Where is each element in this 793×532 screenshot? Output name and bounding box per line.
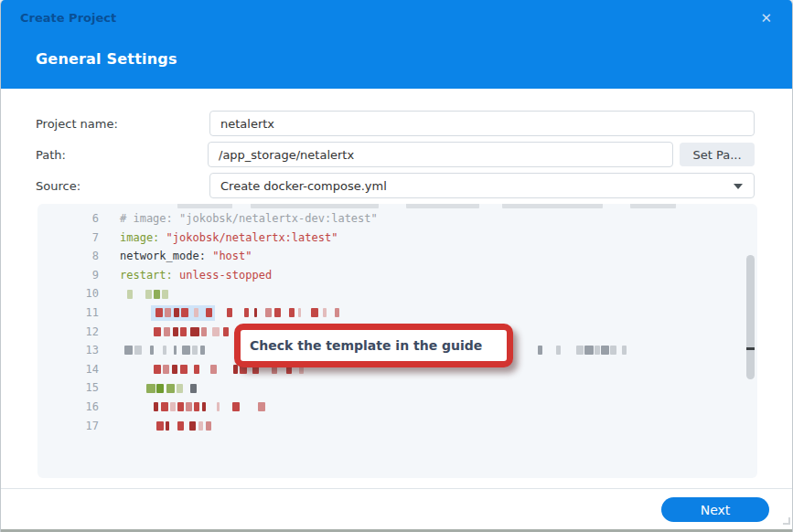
line-number: 12 <box>38 323 120 342</box>
set-path-button[interactable]: Set Pa... <box>680 143 755 166</box>
line-number: 11 <box>38 303 120 323</box>
line-number: 6 <box>38 209 120 229</box>
code-line: 9restart: unless-stopped <box>38 266 757 285</box>
code-line: 8network_mode: "host" <box>38 247 757 266</box>
code-line: 7image: "jokobsk/netalertx:latest" <box>38 229 757 248</box>
scrollbar-mark <box>746 347 755 350</box>
line-number: 13 <box>38 341 120 360</box>
clipped-code-line <box>141 204 676 208</box>
code-line: 6# image: "jokobsk/netalertx-dev:latest" <box>38 209 757 229</box>
source-label: Source: <box>36 179 209 193</box>
source-select[interactable]: Create docker-compose.yml <box>209 173 755 198</box>
general-settings-form: Project name: netalertx Path: /app_stora… <box>1 89 792 198</box>
line-number: 10 <box>38 284 120 303</box>
close-icon[interactable]: ✕ <box>760 10 772 27</box>
code-line: 17 <box>38 417 757 436</box>
project-name-row: Project name: netalertx <box>36 111 755 136</box>
next-button[interactable]: Next <box>661 497 769 522</box>
create-project-dialog: Create Project ✕ General Settings Projec… <box>0 0 793 532</box>
chevron-down-icon <box>734 184 743 189</box>
code-line: 11 <box>38 303 757 323</box>
code-line: 15 <box>38 378 757 398</box>
dialog-footer: Next <box>1 488 792 529</box>
annotation-text: Check the template in the guide <box>250 338 482 353</box>
path-label: Path: <box>36 148 208 162</box>
section-title: General Settings <box>36 50 177 68</box>
project-name-input[interactable]: netalertx <box>209 111 755 136</box>
path-row: Path: /app_storage/netalertx Set Pa... <box>36 142 755 167</box>
line-number: 8 <box>38 247 120 266</box>
project-name-label: Project name: <box>36 117 209 131</box>
dialog-header: Create Project ✕ General Settings <box>1 0 792 89</box>
path-input[interactable]: /app_storage/netalertx <box>208 142 673 167</box>
line-number: 9 <box>38 266 120 285</box>
code-line: 16 <box>38 398 757 417</box>
editor-scrollbar-thumb[interactable] <box>746 255 755 379</box>
line-number: 16 <box>38 398 120 417</box>
code-line: 10 <box>38 284 757 303</box>
compose-editor[interactable]: 6# image: "jokobsk/netalertx-dev:latest"… <box>38 204 757 478</box>
line-number: 14 <box>38 360 120 379</box>
source-row: Source: Create docker-compose.yml <box>36 173 755 198</box>
resize-handle[interactable] <box>783 517 790 525</box>
code-lines: 6# image: "jokobsk/netalertx-dev:latest"… <box>38 209 757 435</box>
annotation-callout: Check the template in the guide <box>234 324 513 367</box>
line-number: 15 <box>38 378 120 398</box>
dialog-title: Create Project <box>20 11 116 25</box>
line-number: 17 <box>38 417 120 436</box>
line-number: 7 <box>38 229 120 248</box>
source-select-value: Create docker-compose.yml <box>220 179 387 193</box>
